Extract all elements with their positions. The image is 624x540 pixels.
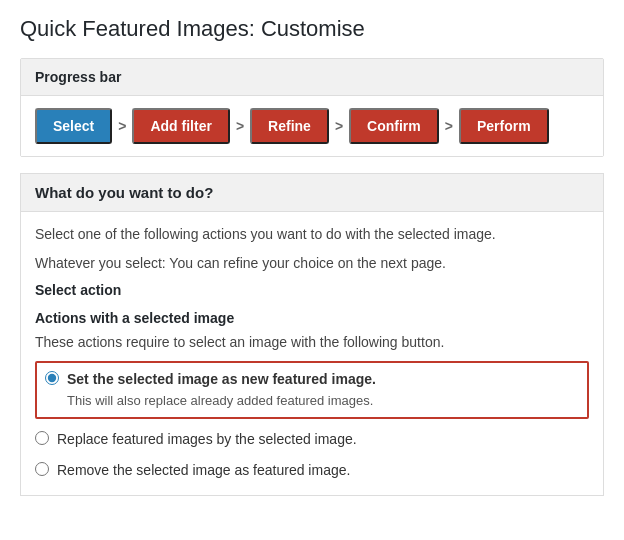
radio-set-featured-input[interactable] xyxy=(45,371,59,385)
actions-header: Actions with a selected image xyxy=(35,310,589,326)
radio-set-featured-label: Set the selected image as new featured i… xyxy=(67,369,376,411)
separator-3: > xyxy=(329,118,349,134)
separator-1: > xyxy=(112,118,132,134)
progress-bar-section: Progress bar Select > Add filter > Refin… xyxy=(20,58,604,157)
main-section: What do you want to do? Select one of th… xyxy=(20,173,604,496)
step-select-button[interactable]: Select xyxy=(35,108,112,144)
select-action-label: Select action xyxy=(35,282,589,298)
separator-4: > xyxy=(439,118,459,134)
main-section-header: What do you want to do? xyxy=(20,173,604,212)
radio-replace-featured-input[interactable] xyxy=(35,431,49,445)
radio-option-replace-featured[interactable]: Replace featured images by the selected … xyxy=(35,429,589,450)
step-add-filter-button[interactable]: Add filter xyxy=(132,108,229,144)
step-confirm-button[interactable]: Confirm xyxy=(349,108,439,144)
actions-desc: These actions require to select an image… xyxy=(35,332,589,353)
page-title: Quick Featured Images: Customise xyxy=(20,16,604,42)
radio-option-remove-featured[interactable]: Remove the selected image as featured im… xyxy=(35,460,589,481)
description-2: Whatever you select: You can refine your… xyxy=(35,253,589,274)
page-wrapper: Quick Featured Images: Customise Progres… xyxy=(0,0,624,512)
radio-option-set-featured[interactable]: Set the selected image as new featured i… xyxy=(35,361,589,419)
main-section-body: Select one of the following actions you … xyxy=(20,212,604,496)
progress-bar-body: Select > Add filter > Refine > Confirm >… xyxy=(21,96,603,156)
step-perform-button[interactable]: Perform xyxy=(459,108,549,144)
radio-set-featured-sublabel: This will also replace already added fea… xyxy=(67,393,373,408)
radio-remove-featured-input[interactable] xyxy=(35,462,49,476)
radio-replace-featured-label: Replace featured images by the selected … xyxy=(57,429,357,450)
radio-remove-featured-label: Remove the selected image as featured im… xyxy=(57,460,350,481)
separator-2: > xyxy=(230,118,250,134)
progress-bar-row: Select > Add filter > Refine > Confirm >… xyxy=(35,108,589,144)
description-1: Select one of the following actions you … xyxy=(35,224,589,245)
step-refine-button[interactable]: Refine xyxy=(250,108,329,144)
progress-bar-header: Progress bar xyxy=(21,59,603,96)
